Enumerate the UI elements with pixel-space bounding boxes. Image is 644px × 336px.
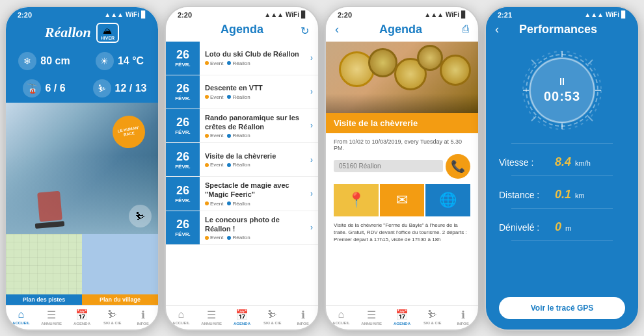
app-header: Réallon ⛰ HIVER	[6, 20, 158, 48]
battery-icon: ▊	[141, 11, 146, 18]
nav2-agenda[interactable]: 📅 AGENDA	[227, 309, 258, 326]
divider-4	[511, 240, 612, 241]
refresh-icon[interactable]: ↻	[301, 25, 309, 37]
nav-infos[interactable]: ℹ INFOS	[127, 309, 158, 326]
nav3-accueil[interactable]: ⌂ ACCUEIL	[326, 309, 356, 326]
distance-label: Distance :	[499, 190, 551, 200]
timer-circle[interactable]: ⏸ 00:53	[530, 58, 595, 123]
nav3-infos[interactable]: ℹ INFOS	[448, 309, 478, 326]
status-bar-2: 2:20 ▲▲▲ WiFi ▊	[166, 7, 318, 20]
signal-icon-4: ▲▲▲	[584, 11, 604, 18]
distance-unit: km	[575, 192, 585, 200]
nav2-annuaire[interactable]: ☰ ANNUAIRE	[196, 309, 227, 326]
piste-map-label: Plan des pistes	[6, 294, 82, 305]
contacts-icon-2: ☰	[207, 309, 216, 321]
signal-icon: ▲▲▲	[104, 11, 124, 18]
nav2-accueil-label: ACCUEIL	[172, 321, 190, 325]
web-action-button[interactable]: 🌐	[425, 184, 470, 216]
agenda-item-2[interactable]: 26 FÉVR. Rando panoramique sur les crête…	[166, 109, 318, 144]
nav-ski[interactable]: ⛷ SKI & CIE	[97, 309, 127, 326]
timer-section: ⏸ 00:53	[486, 42, 638, 133]
signal-icon-2: ▲▲▲	[264, 11, 284, 18]
email-action-button[interactable]: ✉	[380, 184, 425, 216]
agenda-header: Agenda ↻	[166, 20, 318, 42]
temp-value: 14 °C	[118, 55, 144, 67]
agenda-item-0[interactable]: 26 FÉVR. Loto du ski Club de Réallon Eve…	[166, 42, 318, 75]
agenda-date-4: 26 FÉVR.	[166, 177, 200, 211]
agenda-date-5: 26 FÉVR.	[166, 211, 200, 245]
ski-nav-icon-2: ⛷	[267, 309, 278, 320]
share-icon[interactable]: ⎙	[463, 23, 469, 35]
event-location-row: 05160 Réallon 📞	[334, 154, 470, 179]
agenda-content-5: Le concours photo de Réallon ! Event Réa…	[200, 211, 310, 245]
piste-map[interactable]: Plan des pistes	[6, 234, 82, 305]
nav2-infos-label: INFOS	[297, 322, 308, 326]
agenda-content-0: Loto du ski Club de Réallon Event Réallo…	[200, 42, 310, 75]
agenda-item-4[interactable]: 26 FÉVR. Spectacle de magie avec "Magic …	[166, 177, 318, 211]
nav3-annuaire[interactable]: ☰ ANNUAIRE	[356, 309, 387, 326]
agenda-item-3[interactable]: 26 FÉVR. Visite de la chèvrerie Event Ré…	[166, 143, 318, 177]
agenda-tags-1: Event Réallon	[205, 94, 305, 100]
performances-header: ‹ Performances	[486, 20, 638, 42]
time-1: 2:20	[18, 11, 32, 19]
runs-value: 12 / 13	[115, 83, 147, 94]
village-map[interactable]: Plan du village	[82, 234, 158, 305]
event-description: Visite de la chèvrerie "Ferme du Bayle" …	[334, 222, 470, 244]
calendar-icon-3: 📅	[396, 309, 409, 321]
info-icon-2: ℹ	[301, 309, 305, 321]
elevation-label: Dénivelé :	[499, 222, 551, 233]
agenda-content-1: Descente en VTT Event Réallon	[200, 75, 310, 109]
pause-icon: ⏸	[557, 76, 567, 88]
event-detail-header: ‹ Agenda ⎙	[326, 20, 478, 42]
battery-icon-3: ▊	[461, 11, 466, 18]
bottom-nav-2: ⌂ ACCUEIL ☰ ANNUAIRE 📅 AGENDA ⛷ SKI & CI…	[166, 305, 318, 330]
bottom-nav-1: ⌂ ACCUEIL ☰ ANNUAIRE 📅 AGENDA ⛷ SKI & CI…	[6, 305, 158, 330]
wifi-icon-3: WiFi	[446, 11, 459, 18]
main-photo: LE HUMAN' RACE ⛷	[6, 103, 158, 235]
agenda-content-4: Spectacle de magie avec "Magic Feeric" E…	[200, 177, 310, 211]
nav3-agenda[interactable]: 📅 AGENDA	[387, 309, 418, 326]
contacts-icon: ☰	[47, 309, 56, 321]
map-action-button[interactable]: 📍	[334, 184, 379, 216]
agenda-item-5[interactable]: 26 FÉVR. Le concours photo de Réallon ! …	[166, 211, 318, 246]
divider-2	[511, 175, 612, 176]
agenda-date-1: 26 FÉVR.	[166, 75, 200, 109]
nav-annuaire-label: ANNUAIRE	[41, 322, 62, 326]
nav-agenda[interactable]: 📅 AGENDA	[67, 309, 98, 326]
gps-trace-button[interactable]: Voir le tracé GPS	[499, 297, 625, 319]
stats-grid: ❄ 80 cm ☀ 14 °C 🚡 6 / 6 ⛷ 12 / 13	[6, 48, 158, 103]
snow-value: 80 cm	[40, 55, 70, 67]
agenda-item-1[interactable]: 26 FÉVR. Descente en VTT Event Réallon ›	[166, 75, 318, 109]
arrow-icon-3: ›	[310, 143, 318, 176]
distance-value: 0.1	[555, 188, 571, 201]
snow-icon: ❄	[18, 52, 36, 70]
nav-annuaire[interactable]: ☰ ANNUAIRE	[36, 309, 67, 326]
divider-1	[511, 143, 612, 144]
agenda-list: 26 FÉVR. Loto du ski Club de Réallon Eve…	[166, 42, 318, 305]
nav2-infos[interactable]: ℹ INFOS	[288, 309, 318, 326]
performances-title: Performances	[499, 23, 617, 36]
back-icon[interactable]: ‹	[335, 23, 339, 36]
screen-accueil: 2:20 ▲▲▲ WiFi ▊ Réallon ⛰ HIVER ❄ 80 cm …	[5, 6, 159, 331]
status-icons-1: ▲▲▲ WiFi ▊	[104, 11, 146, 18]
elevation-row: Dénivelé : 0 m	[499, 220, 625, 234]
nav-accueil[interactable]: ⌂ ACCUEIL	[6, 309, 36, 326]
bottom-nav-3: ⌂ ACCUEIL ☰ ANNUAIRE 📅 AGENDA ⛷ SKI & CI…	[326, 305, 478, 330]
sun-icon: ☀	[96, 52, 114, 70]
agenda-date-2: 26 FÉVR.	[166, 109, 200, 143]
screen-agenda: 2:20 ▲▲▲ WiFi ▊ Agenda ↻ 26 FÉVR. Loto d…	[165, 6, 319, 331]
status-bar-4: 2:21 ▲▲▲ WiFi ▊	[486, 7, 638, 20]
event-main-title: Visite de la chèvrerie	[334, 118, 418, 128]
speed-unit: km/h	[575, 159, 591, 167]
screens-container: 2:20 ▲▲▲ WiFi ▊ Réallon ⛰ HIVER ❄ 80 cm …	[0, 0, 644, 336]
speed-label: Vitesse :	[499, 157, 551, 168]
lift-icon: 🚡	[23, 79, 41, 97]
arrow-icon-4: ›	[310, 177, 318, 211]
nav2-ski[interactable]: ⛷ SKI & CIE	[257, 309, 288, 326]
human-race-badge: LE HUMAN' RACE	[110, 113, 148, 151]
status-icons-3: ▲▲▲ WiFi ▊	[424, 11, 466, 18]
nav3-ski[interactable]: ⛷ SKI & CIE	[417, 309, 448, 326]
phone-button[interactable]: 📞	[446, 154, 470, 179]
nav2-accueil[interactable]: ⌂ ACCUEIL	[166, 309, 196, 326]
hiver-badge: ⛰ HIVER	[96, 23, 119, 43]
